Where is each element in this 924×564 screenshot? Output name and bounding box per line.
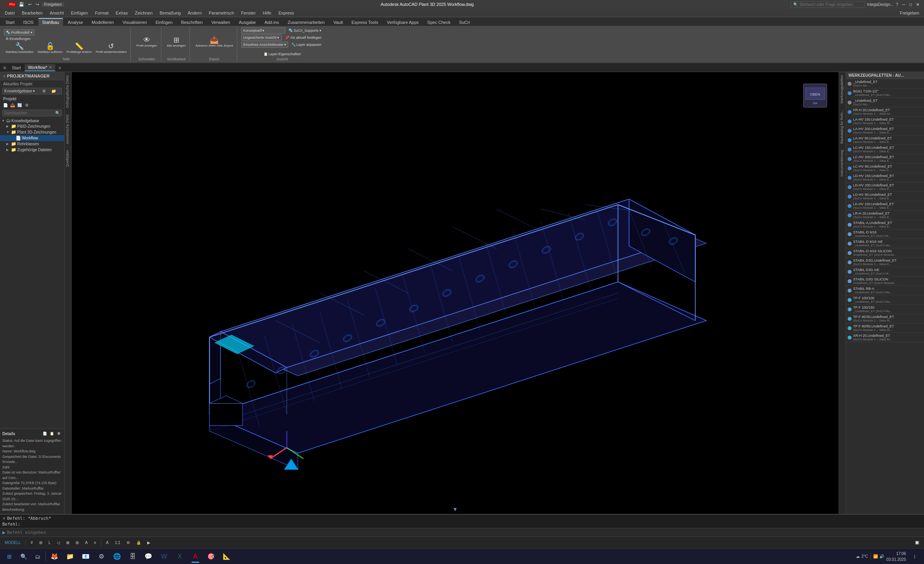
tab-express-tools[interactable]: Express Tools [348, 19, 382, 26]
polar-toggle[interactable]: ◁ [55, 540, 61, 546]
list-item[interactable]: _Undefined_ET (SuCri Mo... [846, 98, 924, 107]
qa-save[interactable]: 💾 [18, 2, 25, 7]
tab-spec-check[interactable]: Spec Check [423, 19, 454, 26]
list-item[interactable]: LC-HV 90,Undefined_ET (SuCri Module 1 – … [846, 164, 924, 173]
start-button[interactable]: ⊞ [3, 550, 16, 563]
close-button[interactable]: ✕ [915, 1, 921, 7]
volume-icon[interactable]: 🔊 [879, 554, 884, 559]
tree-plant3d[interactable]: ▼ 📁 Plant 3D-Zeichnungen [0, 129, 64, 135]
taskbar-excel[interactable]: X [173, 550, 187, 564]
tab-workflow-item[interactable]: Workflow* ✕ [25, 64, 55, 71]
import-icon[interactable]: 📥 [9, 102, 16, 108]
tab-start[interactable]: Start [2, 19, 18, 26]
taskbar-app2[interactable]: 📐 [220, 550, 234, 564]
list-item[interactable]: TP F 80/80,Undefined_ET (SuCri Module 1 … [846, 324, 924, 333]
qa-undo[interactable]: ↩ [27, 2, 33, 7]
profil-wiederherstellen-btn[interactable]: ↺ Profil wiederherstellen [94, 42, 128, 54]
show-desktop-btn[interactable]: | [908, 550, 921, 563]
search-button[interactable]: 🔍 [17, 550, 30, 563]
taskbar-app1[interactable]: 🎯 [204, 550, 218, 564]
list-item[interactable]: LA-HV 90,Undefined_ET (SuCri Module 1 – … [846, 136, 924, 145]
list-item[interactable]: LD-HV 90,Undefined_ET (SuCri Module 1 – … [846, 192, 924, 201]
osnap-toggle[interactable]: ⊠ [65, 540, 71, 546]
menu-bemassug[interactable]: Bemaßung [157, 10, 184, 16]
tab-einfuegen[interactable]: Einfügen [152, 19, 176, 26]
search-input[interactable] [4, 111, 55, 115]
freigeben-btn[interactable]: Freigeben [42, 2, 64, 7]
menu-freigeben[interactable]: Freigeben [897, 10, 922, 16]
tab-zusammenarbeiten[interactable]: Zusammenarbeiten [284, 19, 329, 26]
list-item[interactable]: _Undefined_ET (SuCri Mo... [846, 79, 924, 89]
list-item[interactable]: XR-H 20,Undefined_ET (SuCri Module 1 – S… [846, 333, 924, 342]
list-item[interactable]: STABIL-A,Undefined_ET (SuCri Module 1 – … [846, 220, 924, 230]
einzelnes-fenster-dropdown[interactable]: Einzelnes Ansichtsfenster ▾ [241, 42, 288, 48]
menu-zeichnen[interactable]: Zeichnen [132, 10, 155, 16]
tab-add-button[interactable]: + [56, 64, 64, 72]
taskbar-settings[interactable]: ⚙ [94, 550, 108, 564]
tab-workflow-close[interactable]: ✕ [49, 65, 52, 69]
tab-analyse[interactable]: Analyse [64, 19, 87, 26]
taskbar-ms-edge[interactable]: 🌐 [110, 550, 124, 564]
menu-ansicht[interactable]: Ansicht [47, 10, 67, 16]
instrumentierung-tab[interactable]: Instrumentierung [839, 147, 846, 180]
list-item[interactable]: LA-HV 150,Undefined_ET (SuCri Module 1 –… [846, 117, 924, 126]
tree-rohrklassen[interactable]: ▶ 📁 Rohrklassen [0, 141, 64, 147]
taskbar-autocad[interactable]: A [188, 550, 202, 564]
list-item[interactable]: STABIL D3G mE _Undefined_ET (SuCri M... [846, 267, 924, 277]
viewport-scale[interactable]: 1:1 [113, 540, 122, 546]
list-item[interactable]: STABIL D3G,Undefined_ET (SuCri Module 1 … [846, 258, 924, 267]
tab-beschriften[interactable]: Beschriften [177, 19, 207, 26]
list-item[interactable]: STABIL-D M16 SILICON Undefined_ET (SuCri… [846, 248, 924, 258]
panel-toggle-icon[interactable]: ≡ [3, 74, 5, 78]
list-item[interactable]: LR-H 20,Undefined_ET (SuCri Module 1 – S… [846, 211, 924, 220]
dyn-toggle[interactable]: A [83, 540, 89, 546]
lw-toggle[interactable]: ≡ [92, 540, 98, 546]
list-item[interactable]: TP F 100/100 _Undefined_ET (SuCri Mo... [846, 295, 924, 305]
tree-pid[interactable]: ▶ 📁 P&ID-Zeichnungen [0, 123, 64, 129]
workspace-settings[interactable]: ⚙ [125, 540, 132, 546]
tab-stahlbau[interactable]: Stahlbau [38, 18, 63, 26]
menu-hilfe[interactable]: Hilfe [260, 10, 274, 16]
maximize-button[interactable]: □ [908, 1, 914, 7]
menu-einfuegen[interactable]: Einfügen [68, 10, 91, 16]
details-icon2[interactable]: 📋 [49, 430, 55, 437]
new-item-icon[interactable]: 📄 [2, 102, 9, 108]
tab-sucri[interactable]: SuCri [455, 19, 474, 26]
details-icon3[interactable]: ⚙ [56, 430, 62, 437]
tree-workflow[interactable]: 📄 Workflow [0, 135, 64, 141]
hamburger-icon[interactable]: ≡ [2, 65, 8, 71]
taskbar-mail[interactable]: 📧 [79, 550, 93, 564]
menu-express[interactable]: Express [275, 10, 297, 16]
list-item[interactable]: STABIL D3G SILICON Undefined_ET (SuCri M… [846, 277, 924, 286]
menu-format[interactable]: Format [92, 10, 112, 16]
profil-anzeigen-btn[interactable]: 👁 Profil anzeigen [135, 36, 159, 48]
annotation-scale[interactable]: A [105, 540, 110, 546]
konzeptuell-dropdown[interactable]: Konzeptuell ▾ [241, 27, 285, 34]
weather-widget[interactable]: ☁ 2°C [856, 554, 868, 559]
tree-dateien[interactable]: ▶ 📁 Zugehörige Dateien [0, 147, 64, 153]
sucri-supports-btn[interactable]: 🔩 SuCri_Supports ▾ [287, 28, 323, 33]
list-item[interactable]: TP F 80/30,Undefined_ET (SuCri Module 1 … [846, 314, 924, 324]
list-item[interactable]: LD-HV 200,Undefined_ET (SuCri Module 1 –… [846, 183, 924, 192]
details-icon1[interactable]: 📄 [42, 430, 48, 437]
list-item[interactable]: STABIL RB-A _Undefined_ET (SuCri Mo... [846, 286, 924, 295]
list-item[interactable]: LA-HV 200,Undefined_ET (SuCri Module 1 –… [846, 126, 924, 136]
tab-vault[interactable]: Vault [329, 19, 346, 26]
ortho-toggle[interactable]: L [47, 540, 52, 546]
tab-visualisieren[interactable]: Visualisieren [119, 19, 151, 26]
grid-toggle[interactable]: # [29, 540, 34, 546]
refresh-icon[interactable]: 🔄 [16, 102, 23, 108]
werkzeugpaletten-tab[interactable]: Werkzeugpaletten [839, 72, 846, 107]
cmd-input[interactable] [7, 530, 922, 535]
list-item[interactable]: FR-H 20,Undefined_ET (SuCri Module 1 – S… [846, 107, 924, 117]
datetime-display[interactable]: 17:06 03.01.2025 [886, 551, 906, 562]
network-icon[interactable]: 📶 [873, 554, 878, 559]
als-aktuell-btn[interactable]: 📌 Als aktuell festlegen [283, 35, 323, 40]
list-item[interactable]: LK-HV 150,Undefined_ET (SuCri Module 1 –… [846, 201, 924, 211]
taskview-button[interactable]: 🗂 [31, 550, 44, 563]
project-settings-icon[interactable]: ⚙ [42, 89, 51, 93]
taskbar-teams[interactable]: 💬 [141, 550, 155, 564]
list-item[interactable]: LD-HV 150,Undefined_ET (SuCri Module 1 –… [846, 173, 924, 183]
baukatalog-tab[interactable]: Baukatalog für Rohr... [839, 107, 846, 147]
stahlbau-aufloesen-btn[interactable]: 🔓 Stahlbau auflösen [36, 42, 64, 54]
